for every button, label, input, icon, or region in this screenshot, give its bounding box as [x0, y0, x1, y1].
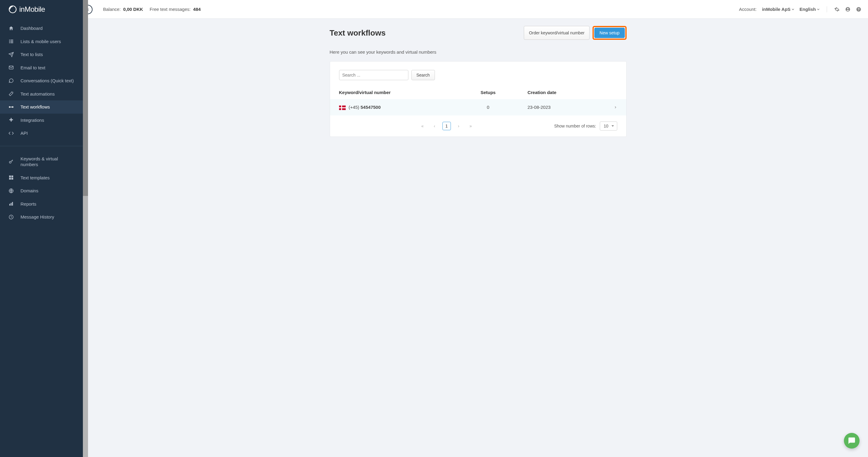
svg-rect-5 [9, 42, 10, 43]
order-keyword-button[interactable]: Order keyword/virtual number [524, 26, 590, 40]
rows-label: Show number of rows: [554, 124, 596, 128]
search-button[interactable]: Search [411, 70, 435, 80]
balance-label: Balance: 0,00 DKK [103, 7, 143, 12]
page-title: Text workflows [330, 28, 386, 38]
svg-rect-2 [10, 40, 13, 40]
help-icon: ? [856, 7, 861, 12]
chat-launcher[interactable] [844, 433, 860, 449]
list-icon [8, 38, 14, 44]
sidebar-item-reports[interactable]: Reports [0, 197, 83, 211]
send-icon [8, 52, 14, 57]
svg-rect-4 [10, 41, 13, 42]
svg-rect-14 [9, 204, 10, 206]
pager-prev[interactable]: ‹ [430, 122, 439, 130]
chevron-left-icon [88, 8, 90, 11]
code-icon [8, 130, 14, 136]
col-setups: Setups [458, 86, 518, 99]
help-button[interactable]: ? [856, 7, 861, 12]
topbar: Balance: 0,00 DKK Free text messages: 48… [88, 0, 868, 19]
puzzle-icon [8, 117, 14, 123]
svg-text:?: ? [858, 7, 860, 11]
svg-rect-9 [9, 176, 11, 178]
language-dropdown[interactable]: English [800, 7, 819, 12]
chat-bubble-icon [848, 437, 856, 445]
home-icon [8, 26, 14, 31]
sidebar-item-email-to-text[interactable]: Email to text [0, 61, 83, 74]
caret-down-icon [817, 8, 819, 10]
chevron-right-icon [614, 105, 617, 109]
sidebar-item-text-workflows[interactable]: Text workflows [0, 100, 83, 114]
page-subtitle: Here you can see your keywords and virtu… [330, 50, 627, 55]
col-creation: Creation date [518, 86, 604, 99]
svg-rect-6 [10, 42, 13, 43]
bar-chart-icon [8, 201, 14, 207]
sidebar-item-domains[interactable]: Domains [0, 184, 83, 197]
pager-first[interactable]: « [418, 122, 427, 130]
rows-select[interactable]: 10 [600, 121, 617, 130]
clock-icon [8, 214, 14, 220]
row-prefix: (+45) [349, 104, 359, 110]
row-number: 54547500 [361, 104, 381, 110]
sidebar-item-text-to-lists[interactable]: Text to lists [0, 48, 83, 61]
svg-rect-3 [9, 41, 10, 42]
arrows-icon [8, 104, 14, 110]
highlight-annotation: New setup [592, 26, 626, 40]
free-messages-label: Free text messages: 484 [150, 7, 201, 12]
search-input[interactable] [339, 70, 408, 80]
sidebar-item-dashboard[interactable]: Dashboard [0, 22, 83, 35]
svg-rect-12 [11, 178, 13, 180]
svg-rect-11 [9, 178, 11, 180]
sidebar-item-text-automations[interactable]: Text automations [0, 87, 83, 101]
col-keyword: Keyword/virtual number [330, 86, 458, 99]
pager-last[interactable]: » [467, 122, 475, 130]
pager-page-1[interactable]: 1 [442, 122, 451, 130]
account-dropdown[interactable]: inMobile ApS [762, 7, 794, 12]
chat-icon [8, 78, 14, 84]
keywords-panel: Search Keyword/virtual number Setups Cre… [330, 61, 627, 137]
svg-rect-15 [11, 203, 12, 206]
flag-dk-icon [339, 105, 346, 110]
user-icon [845, 7, 850, 12]
wand-icon [8, 91, 14, 96]
key-icon [8, 159, 14, 164]
settings-button[interactable] [834, 7, 840, 12]
pager-next[interactable]: › [455, 122, 463, 130]
mail-icon [8, 65, 14, 70]
new-setup-button[interactable]: New setup [594, 28, 624, 38]
sidebar-item-api[interactable]: API [0, 127, 83, 140]
brand-logo[interactable]: inMobile [0, 0, 83, 19]
grid-icon [8, 175, 14, 180]
gear-icon [834, 7, 840, 12]
globe-icon [8, 188, 14, 193]
sidebar-item-conversations[interactable]: Conversations (Quick text) [0, 74, 83, 87]
sidebar: inMobile Dashboard Lists & mobile users … [0, 0, 83, 457]
svg-rect-10 [11, 176, 13, 178]
sidebar-scrollbar[interactable] [83, 0, 88, 457]
svg-rect-1 [9, 40, 10, 40]
svg-rect-16 [12, 202, 13, 206]
sidebar-item-message-history[interactable]: Message History [0, 210, 83, 224]
sidebar-collapse-button[interactable] [88, 5, 93, 14]
account-label: Account: [739, 7, 756, 12]
profile-button[interactable] [845, 7, 850, 12]
brand-icon [8, 5, 17, 13]
sidebar-item-lists[interactable]: Lists & mobile users [0, 35, 83, 48]
row-setups: 0 [458, 99, 518, 116]
sidebar-item-integrations[interactable]: Integrations [0, 114, 83, 127]
sidebar-item-templates[interactable]: Text templates [0, 171, 83, 184]
sidebar-item-keywords[interactable]: Keywords & virtual numbers [0, 152, 83, 171]
caret-down-icon [792, 8, 794, 10]
row-creation: 23-08-2023 [518, 99, 604, 116]
svg-point-19 [847, 8, 849, 9]
table-row[interactable]: (+45) 54547500 0 23-08-2023 [330, 99, 626, 116]
sidebar-divider [0, 146, 83, 146]
